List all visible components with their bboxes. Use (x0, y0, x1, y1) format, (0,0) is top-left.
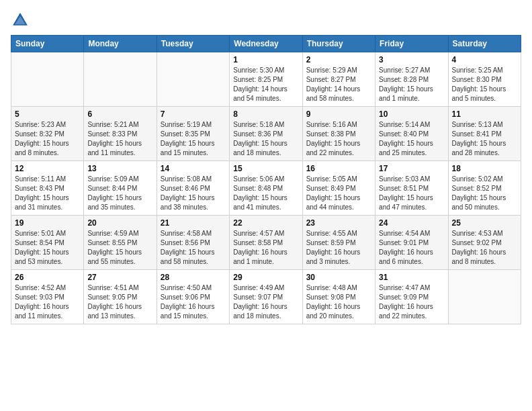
logo (11, 11, 32, 30)
day-number: 3 (379, 55, 444, 64)
calendar-header-sunday: Sunday (11, 36, 84, 52)
day-info: Sunrise: 5:21 AM Sunset: 8:33 PM Dayligh… (87, 120, 152, 158)
day-number: 20 (87, 218, 152, 228)
calendar-cell (157, 52, 229, 107)
day-number: 27 (87, 273, 152, 282)
day-number: 13 (87, 164, 152, 173)
day-number: 9 (306, 109, 371, 119)
day-number: 5 (15, 109, 80, 119)
calendar-cell: 6Sunrise: 5:21 AM Sunset: 8:33 PM Daylig… (84, 107, 157, 161)
day-number: 25 (452, 218, 517, 228)
day-number: 23 (306, 218, 371, 228)
calendar-cell: 26Sunrise: 4:52 AM Sunset: 9:03 PM Dayli… (11, 270, 84, 324)
day-info: Sunrise: 4:48 AM Sunset: 9:08 PM Dayligh… (306, 283, 371, 321)
day-info: Sunrise: 5:18 AM Sunset: 8:36 PM Dayligh… (233, 120, 298, 158)
calendar-header-wednesday: Wednesday (230, 36, 302, 52)
calendar-week-row: 26Sunrise: 4:52 AM Sunset: 9:03 PM Dayli… (11, 270, 521, 324)
day-number: 6 (87, 109, 152, 119)
calendar-cell: 2Sunrise: 5:29 AM Sunset: 8:27 PM Daylig… (302, 52, 375, 107)
day-number: 17 (379, 164, 444, 173)
day-info: Sunrise: 5:27 AM Sunset: 8:28 PM Dayligh… (379, 66, 444, 103)
calendar-cell (448, 270, 521, 324)
day-number: 24 (379, 218, 444, 228)
day-info: Sunrise: 4:49 AM Sunset: 9:07 PM Dayligh… (233, 283, 298, 321)
calendar-cell: 22Sunrise: 4:57 AM Sunset: 8:58 PM Dayli… (230, 216, 302, 270)
calendar-cell: 15Sunrise: 5:06 AM Sunset: 8:48 PM Dayli… (230, 161, 302, 216)
day-number: 16 (306, 164, 371, 173)
day-info: Sunrise: 5:16 AM Sunset: 8:38 PM Dayligh… (306, 120, 371, 158)
day-info: Sunrise: 5:01 AM Sunset: 8:54 PM Dayligh… (15, 229, 80, 267)
day-number: 14 (161, 164, 226, 173)
day-number: 15 (233, 164, 298, 173)
calendar-cell: 14Sunrise: 5:08 AM Sunset: 8:46 PM Dayli… (157, 161, 229, 216)
calendar-header-thursday: Thursday (302, 36, 375, 52)
day-number: 2 (306, 55, 371, 64)
day-number: 12 (15, 164, 80, 173)
day-number: 18 (452, 164, 517, 173)
calendar-cell (84, 52, 157, 107)
day-info: Sunrise: 4:47 AM Sunset: 9:09 PM Dayligh… (379, 283, 444, 321)
day-number: 26 (15, 273, 80, 282)
logo-icon (11, 11, 30, 30)
calendar-cell: 24Sunrise: 4:54 AM Sunset: 9:01 PM Dayli… (375, 216, 448, 270)
day-info: Sunrise: 5:14 AM Sunset: 8:40 PM Dayligh… (379, 120, 444, 158)
calendar-header-row: SundayMondayTuesdayWednesdayThursdayFrid… (11, 36, 521, 52)
calendar-cell: 8Sunrise: 5:18 AM Sunset: 8:36 PM Daylig… (230, 107, 302, 161)
day-info: Sunrise: 4:53 AM Sunset: 9:02 PM Dayligh… (452, 229, 517, 267)
day-number: 21 (161, 218, 226, 228)
day-info: Sunrise: 5:19 AM Sunset: 8:35 PM Dayligh… (161, 120, 226, 158)
calendar-header-tuesday: Tuesday (157, 36, 229, 52)
day-number: 11 (452, 109, 517, 119)
day-info: Sunrise: 4:51 AM Sunset: 9:05 PM Dayligh… (87, 283, 152, 321)
day-info: Sunrise: 5:13 AM Sunset: 8:41 PM Dayligh… (452, 120, 517, 158)
day-info: Sunrise: 5:30 AM Sunset: 8:25 PM Dayligh… (233, 66, 298, 103)
calendar-cell: 3Sunrise: 5:27 AM Sunset: 8:28 PM Daylig… (375, 52, 448, 107)
calendar-cell: 23Sunrise: 4:55 AM Sunset: 8:59 PM Dayli… (302, 216, 375, 270)
calendar-cell: 21Sunrise: 4:58 AM Sunset: 8:56 PM Dayli… (157, 216, 229, 270)
calendar-cell: 29Sunrise: 4:49 AM Sunset: 9:07 PM Dayli… (230, 270, 302, 324)
calendar-cell: 16Sunrise: 5:05 AM Sunset: 8:49 PM Dayli… (302, 161, 375, 216)
calendar-cell (11, 52, 84, 107)
calendar-cell: 11Sunrise: 5:13 AM Sunset: 8:41 PM Dayli… (448, 107, 521, 161)
calendar-cell: 25Sunrise: 4:53 AM Sunset: 9:02 PM Dayli… (448, 216, 521, 270)
calendar-cell: 13Sunrise: 5:09 AM Sunset: 8:44 PM Dayli… (84, 161, 157, 216)
day-info: Sunrise: 5:29 AM Sunset: 8:27 PM Dayligh… (306, 66, 371, 103)
day-info: Sunrise: 4:57 AM Sunset: 8:58 PM Dayligh… (233, 229, 298, 267)
day-info: Sunrise: 4:54 AM Sunset: 9:01 PM Dayligh… (379, 229, 444, 267)
calendar-week-row: 1Sunrise: 5:30 AM Sunset: 8:25 PM Daylig… (11, 52, 521, 107)
day-number: 31 (379, 273, 444, 282)
calendar-cell: 28Sunrise: 4:50 AM Sunset: 9:06 PM Dayli… (157, 270, 229, 324)
calendar-cell: 31Sunrise: 4:47 AM Sunset: 9:09 PM Dayli… (375, 270, 448, 324)
day-number: 22 (233, 218, 298, 228)
calendar-cell: 10Sunrise: 5:14 AM Sunset: 8:40 PM Dayli… (375, 107, 448, 161)
day-number: 30 (306, 273, 371, 282)
calendar-week-row: 19Sunrise: 5:01 AM Sunset: 8:54 PM Dayli… (11, 216, 521, 270)
day-info: Sunrise: 5:02 AM Sunset: 8:52 PM Dayligh… (452, 175, 517, 212)
calendar-cell: 20Sunrise: 4:59 AM Sunset: 8:55 PM Dayli… (84, 216, 157, 270)
day-info: Sunrise: 5:08 AM Sunset: 8:46 PM Dayligh… (161, 175, 226, 212)
calendar-cell: 4Sunrise: 5:25 AM Sunset: 8:30 PM Daylig… (448, 52, 521, 107)
day-info: Sunrise: 5:05 AM Sunset: 8:49 PM Dayligh… (306, 175, 371, 212)
calendar-cell: 9Sunrise: 5:16 AM Sunset: 8:38 PM Daylig… (302, 107, 375, 161)
day-number: 1 (233, 55, 298, 64)
day-number: 4 (452, 55, 517, 64)
calendar-cell: 19Sunrise: 5:01 AM Sunset: 8:54 PM Dayli… (11, 216, 84, 270)
day-number: 7 (161, 109, 226, 119)
calendar-cell: 5Sunrise: 5:23 AM Sunset: 8:32 PM Daylig… (11, 107, 84, 161)
day-info: Sunrise: 5:23 AM Sunset: 8:32 PM Dayligh… (15, 120, 80, 158)
day-info: Sunrise: 5:09 AM Sunset: 8:44 PM Dayligh… (87, 175, 152, 212)
day-info: Sunrise: 5:25 AM Sunset: 8:30 PM Dayligh… (452, 66, 517, 103)
day-info: Sunrise: 4:52 AM Sunset: 9:03 PM Dayligh… (15, 283, 80, 321)
calendar-header-monday: Monday (84, 36, 157, 52)
calendar-cell: 1Sunrise: 5:30 AM Sunset: 8:25 PM Daylig… (230, 52, 302, 107)
day-info: Sunrise: 4:58 AM Sunset: 8:56 PM Dayligh… (161, 229, 226, 267)
day-number: 10 (379, 109, 444, 119)
page-header (11, 11, 521, 30)
calendar-cell: 7Sunrise: 5:19 AM Sunset: 8:35 PM Daylig… (157, 107, 229, 161)
calendar-week-row: 5Sunrise: 5:23 AM Sunset: 8:32 PM Daylig… (11, 107, 521, 161)
calendar-cell: 17Sunrise: 5:03 AM Sunset: 8:51 PM Dayli… (375, 161, 448, 216)
day-info: Sunrise: 4:50 AM Sunset: 9:06 PM Dayligh… (161, 283, 226, 321)
calendar-cell: 18Sunrise: 5:02 AM Sunset: 8:52 PM Dayli… (448, 161, 521, 216)
day-number: 19 (15, 218, 80, 228)
day-number: 8 (233, 109, 298, 119)
